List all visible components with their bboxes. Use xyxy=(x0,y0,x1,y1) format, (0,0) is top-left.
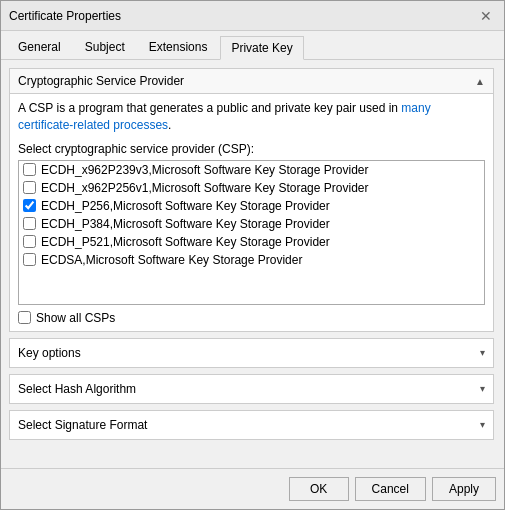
dialog-title: Certificate Properties xyxy=(9,9,121,23)
show-all-csps-checkbox[interactable] xyxy=(18,311,31,324)
list-item: ECDH_x962P239v3,Microsoft Software Key S… xyxy=(19,161,484,179)
signature-format-label: Select Signature Format xyxy=(18,418,147,432)
list-item: ECDH_P384,Microsoft Software Key Storage… xyxy=(19,215,484,233)
csp-chevron-icon: ▲ xyxy=(475,76,485,87)
show-all-csps-label: Show all CSPs xyxy=(36,311,115,325)
title-bar: Certificate Properties ✕ xyxy=(1,1,504,31)
csp-checkbox-0[interactable] xyxy=(23,163,36,176)
tab-private-key[interactable]: Private Key xyxy=(220,36,303,60)
hash-algorithm-chevron-icon: ▾ xyxy=(480,383,485,394)
hash-algorithm-section: Select Hash Algorithm ▾ xyxy=(9,374,494,404)
csp-checkbox-1[interactable] xyxy=(23,181,36,194)
csp-description: A CSP is a program that generates a publ… xyxy=(18,100,485,134)
csp-list: ECDH_x962P239v3,Microsoft Software Key S… xyxy=(18,160,485,305)
show-all-csps-row: Show all CSPs xyxy=(18,311,485,325)
signature-format-header[interactable]: Select Signature Format ▾ xyxy=(10,411,493,439)
list-item: ECDH_P521,Microsoft Software Key Storage… xyxy=(19,233,484,251)
hash-algorithm-label: Select Hash Algorithm xyxy=(18,382,136,396)
list-item: ECDSA,Microsoft Software Key Storage Pro… xyxy=(19,251,484,269)
key-options-section: Key options ▾ xyxy=(9,338,494,368)
csp-item-label-4: ECDH_P521,Microsoft Software Key Storage… xyxy=(41,235,330,249)
csp-checkbox-2[interactable] xyxy=(23,199,36,212)
csp-section-header[interactable]: Cryptographic Service Provider ▲ xyxy=(10,69,493,94)
csp-item-label-2: ECDH_P256,Microsoft Software Key Storage… xyxy=(41,199,330,213)
list-item: ECDH_P256,Microsoft Software Key Storage… xyxy=(19,197,484,215)
csp-checkbox-4[interactable] xyxy=(23,235,36,248)
tab-bar: General Subject Extensions Private Key xyxy=(1,31,504,60)
csp-item-label-1: ECDH_x962P256v1,Microsoft Software Key S… xyxy=(41,181,369,195)
csp-select-label: Select cryptographic service provider (C… xyxy=(18,142,485,156)
csp-item-label-5: ECDSA,Microsoft Software Key Storage Pro… xyxy=(41,253,302,267)
csp-section-body: A CSP is a program that generates a publ… xyxy=(10,94,493,331)
main-content: Cryptographic Service Provider ▲ A CSP i… xyxy=(1,60,504,468)
key-options-chevron-icon: ▾ xyxy=(480,347,485,358)
csp-item-label-3: ECDH_P384,Microsoft Software Key Storage… xyxy=(41,217,330,231)
csp-section-title: Cryptographic Service Provider xyxy=(18,74,184,88)
csp-description-text2: . xyxy=(168,118,171,132)
signature-format-chevron-icon: ▾ xyxy=(480,419,485,430)
button-bar: OK Cancel Apply xyxy=(1,468,504,509)
csp-section: Cryptographic Service Provider ▲ A CSP i… xyxy=(9,68,494,332)
tab-general[interactable]: General xyxy=(7,35,72,59)
key-options-header[interactable]: Key options ▾ xyxy=(10,339,493,367)
list-item: ECDH_x962P256v1,Microsoft Software Key S… xyxy=(19,179,484,197)
ok-button[interactable]: OK xyxy=(289,477,349,501)
hash-algorithm-header[interactable]: Select Hash Algorithm ▾ xyxy=(10,375,493,403)
apply-button[interactable]: Apply xyxy=(432,477,496,501)
csp-checkbox-5[interactable] xyxy=(23,253,36,266)
close-button[interactable]: ✕ xyxy=(476,8,496,24)
csp-item-label-0: ECDH_x962P239v3,Microsoft Software Key S… xyxy=(41,163,369,177)
tab-extensions[interactable]: Extensions xyxy=(138,35,219,59)
key-options-label: Key options xyxy=(18,346,81,360)
scroll-area: Cryptographic Service Provider ▲ A CSP i… xyxy=(9,68,496,468)
tab-subject[interactable]: Subject xyxy=(74,35,136,59)
csp-checkbox-3[interactable] xyxy=(23,217,36,230)
certificate-properties-dialog: Certificate Properties ✕ General Subject… xyxy=(0,0,505,510)
signature-format-section: Select Signature Format ▾ xyxy=(9,410,494,440)
csp-description-text1: A CSP is a program that generates a publ… xyxy=(18,101,401,115)
cancel-button[interactable]: Cancel xyxy=(355,477,426,501)
